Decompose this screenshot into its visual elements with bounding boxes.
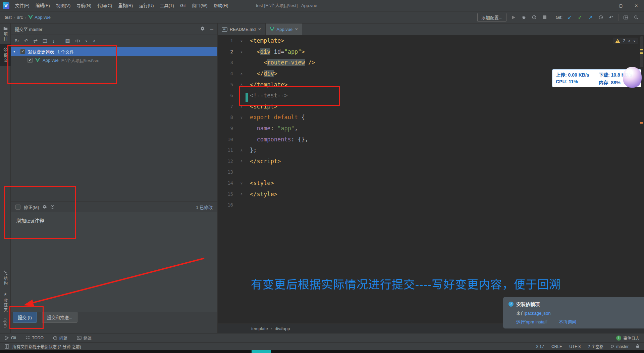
code-line-14[interactable]: 14∨<style>: [218, 178, 644, 189]
menu-item-4[interactable]: 导航(N): [73, 0, 94, 11]
breadcrumb-src[interactable]: src: [17, 15, 23, 20]
preview-eye-icon[interactable]: [75, 38, 80, 44]
maximize-button[interactable]: ▢: [613, 0, 629, 11]
menu-item-8[interactable]: 工具(T): [157, 0, 177, 11]
notification-balloon[interactable]: i 安装依赖项 来自package.json 运行'npm install'不再…: [503, 297, 644, 328]
fold-marker-icon[interactable]: ∨: [233, 104, 250, 108]
code-line-16[interactable]: 16: [218, 200, 644, 211]
menu-item-5[interactable]: 代码(C): [94, 0, 115, 11]
code-line-12[interactable]: 12∧</script>: [218, 156, 644, 167]
code-line-9[interactable]: 9 name: "app",: [218, 123, 644, 134]
run-button[interactable]: [510, 14, 517, 21]
history-clock-icon[interactable]: [597, 14, 604, 21]
code-line-2[interactable]: 2∨ <div id="app">: [218, 46, 644, 57]
tab-app-vue[interactable]: App.vue ✕: [266, 24, 303, 35]
indent-setting[interactable]: 2 个空格: [588, 344, 603, 349]
code-line-7[interactable]: 7∨<script>: [218, 101, 644, 112]
stripe-item-commit[interactable]: 提交: [0, 44, 11, 66]
hide-panel-icon[interactable]: ─: [210, 27, 213, 32]
patch-icon[interactable]: ↓: [52, 38, 55, 44]
commit-message-input[interactable]: 增加test注释: [11, 212, 217, 312]
code-line-13[interactable]: 13: [218, 167, 644, 178]
git-update-icon[interactable]: ↙: [566, 14, 573, 21]
menu-item-9[interactable]: Git: [177, 0, 189, 11]
fold-marker-icon[interactable]: ∨: [233, 116, 250, 119]
toolwindow-terminal[interactable]: 终端: [77, 335, 92, 341]
code-line-11[interactable]: 11∧};: [218, 145, 644, 156]
toolwindow-todo[interactable]: TODO: [25, 336, 43, 340]
breadcrumb-template[interactable]: template: [251, 326, 268, 331]
gear-icon[interactable]: [200, 26, 205, 32]
lock-icon[interactable]: [636, 344, 639, 349]
file-encoding[interactable]: UTF-8: [569, 344, 581, 349]
fold-marker-icon[interactable]: ∧: [233, 148, 250, 152]
changelist-checkbox[interactable]: ✓: [20, 49, 25, 54]
stripe-item-structure[interactable]: 结构: [0, 267, 11, 289]
changelist-row[interactable]: ▾ ✓ 默认变更列表 1 个文件: [11, 47, 217, 56]
code-line-15[interactable]: 15∧</style>: [218, 188, 644, 200]
layout-icon[interactable]: [622, 14, 629, 21]
dismiss-link[interactable]: 不再询问: [559, 319, 576, 324]
git-push-icon[interactable]: ↗: [587, 14, 594, 21]
minimize-button[interactable]: ─: [598, 0, 613, 11]
fold-marker-icon[interactable]: ∨: [233, 39, 250, 43]
profiler-icon[interactable]: [531, 14, 538, 21]
package-json-link[interactable]: package.json: [525, 311, 551, 316]
menu-item-3[interactable]: 视图(V): [53, 0, 73, 11]
toolwindow-git[interactable]: Git: [5, 336, 16, 340]
add-configuration-button[interactable]: 添加配置...: [477, 13, 506, 22]
fold-marker-icon[interactable]: ∨: [233, 181, 250, 185]
stripe-item-project[interactable]: 项目: [0, 24, 11, 44]
code-line-1[interactable]: 1∨<template>: [218, 35, 644, 46]
menu-item-10[interactable]: 窗口(W): [189, 0, 211, 11]
toolwindow-toggle-icon[interactable]: [5, 344, 9, 349]
group-by-icon[interactable]: ▦: [65, 38, 70, 44]
commit-options-gear-icon[interactable]: [43, 205, 47, 210]
code-line-10[interactable]: 10 components: {},: [218, 134, 644, 145]
amend-checkbox[interactable]: ✓: [15, 205, 20, 210]
fold-marker-icon[interactable]: ∧: [233, 159, 250, 163]
menu-item-6[interactable]: 重构(R): [115, 0, 136, 11]
next-warning-icon[interactable]: ∨: [633, 39, 636, 43]
tab-readme[interactable]: M↓ README.md ✕: [218, 24, 266, 35]
warning-stripe-mark[interactable]: [640, 122, 643, 124]
close-tab-icon[interactable]: ✕: [258, 27, 261, 32]
code-line-3[interactable]: 3 <router-view />: [218, 57, 644, 68]
git-commit-icon[interactable]: ✓: [577, 14, 583, 21]
event-log[interactable]: 1 事件日志: [616, 335, 639, 341]
search-icon[interactable]: [633, 14, 639, 21]
run-npm-install-link[interactable]: 运行'npm install': [516, 319, 547, 324]
commit-and-push-button[interactable]: 提交和推送...: [42, 312, 77, 323]
prev-warning-icon[interactable]: ∧: [628, 39, 630, 43]
menu-item-1[interactable]: 文件(F): [12, 0, 33, 11]
debug-icon[interactable]: [521, 14, 527, 21]
breadcrumb-div-app[interactable]: div#app: [275, 326, 290, 331]
breadcrumb-project[interactable]: test: [5, 15, 12, 20]
modified-count[interactable]: 1 已修改: [196, 204, 213, 210]
close-button[interactable]: ✕: [629, 0, 644, 11]
collapse-all-icon[interactable]: ∧: [93, 39, 96, 43]
shelve-icon[interactable]: ⇄: [33, 38, 38, 44]
code-line-6[interactable]: 6<!--test-->: [218, 90, 644, 101]
history-clock-icon[interactable]: [50, 205, 55, 210]
menu-item-7[interactable]: 运行(U): [136, 0, 157, 11]
fold-marker-icon[interactable]: ∧: [233, 83, 250, 86]
caret-position[interactable]: 2:17: [536, 344, 544, 349]
chevron-down-icon[interactable]: ▾: [13, 50, 17, 53]
warning-stripe-mark[interactable]: [640, 49, 643, 50]
file-checkbox[interactable]: ✓: [28, 58, 33, 63]
stripe-item-npm[interactable]: npm: [0, 315, 11, 331]
git-branch-widget[interactable]: master: [611, 344, 629, 349]
close-tab-icon[interactable]: ✕: [295, 27, 298, 32]
warning-stripe-mark[interactable]: [640, 52, 643, 54]
menu-item-2[interactable]: 编辑(E): [33, 0, 53, 11]
rollback-icon[interactable]: ↶: [24, 38, 29, 44]
fold-marker-icon[interactable]: ∨: [233, 50, 250, 53]
stop-icon[interactable]: [541, 14, 548, 21]
file-row[interactable]: ✓ App.vue E:\个人项目\test\src: [11, 56, 217, 64]
toolwindow-problems[interactable]: 问题: [53, 335, 67, 341]
changelist-icon[interactable]: ▤: [43, 38, 47, 44]
amend-label[interactable]: 修正(M): [24, 204, 39, 210]
expand-all-icon[interactable]: ∨: [85, 39, 88, 43]
menu-item-11[interactable]: 帮助(H): [211, 0, 231, 11]
